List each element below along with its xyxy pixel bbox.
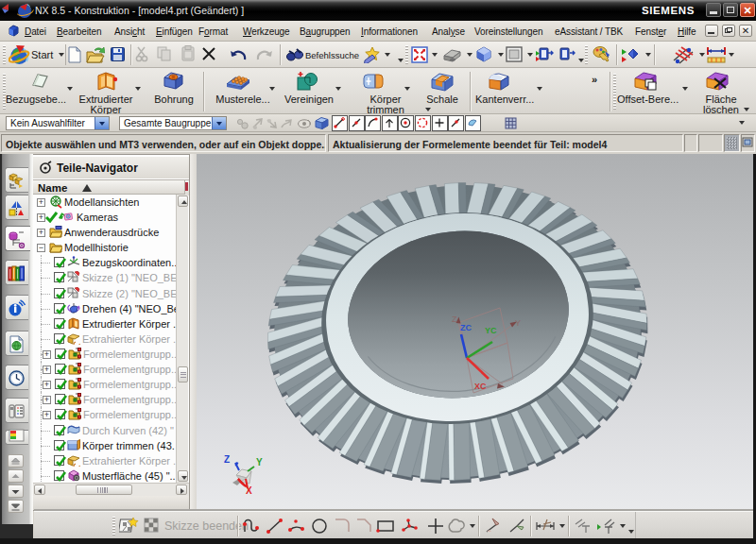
svg-text:Y: Y (256, 457, 263, 468)
svg-text:Z: Z (452, 314, 457, 324)
svg-text:XC: XC (474, 382, 487, 391)
svg-text:ZC: ZC (460, 323, 472, 332)
svg-text:X: X (246, 485, 252, 496)
svg-text:Z: Z (224, 454, 230, 465)
svg-text:Y: Y (515, 318, 521, 328)
svg-text:YC: YC (485, 326, 497, 335)
